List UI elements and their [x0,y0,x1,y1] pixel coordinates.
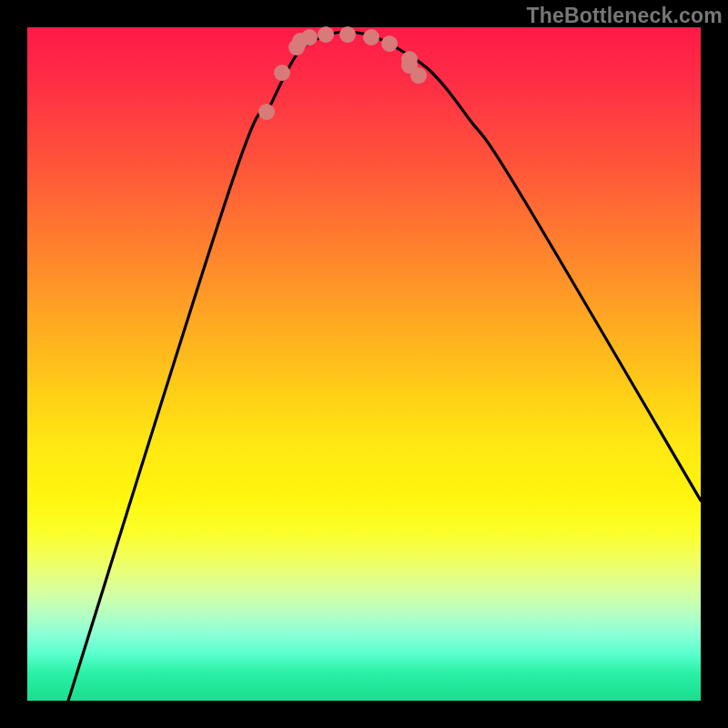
chart-frame: TheBottleneck.com [0,0,728,728]
data-point [410,67,427,84]
data-point [381,35,398,52]
data-point [318,26,334,43]
data-point [339,26,356,43]
data-point [363,29,379,46]
watermark-text: TheBottleneck.com [526,4,723,28]
bottleneck-curve [27,27,701,701]
data-point [301,29,318,46]
plot-area [27,27,701,701]
data-point [274,65,290,81]
data-point [258,104,275,120]
